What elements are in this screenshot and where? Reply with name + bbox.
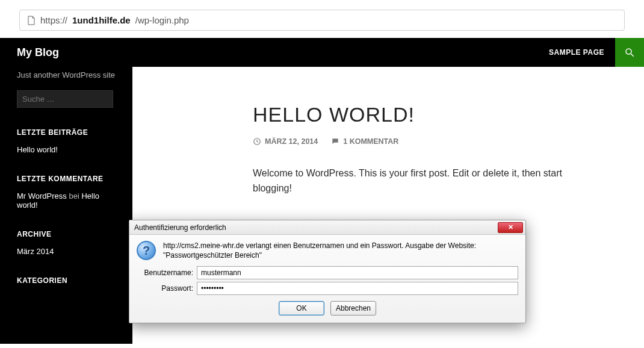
url-path: /wp-login.php <box>135 15 189 25</box>
dialog-message: http://cms2.meine-whr.de verlangt einen … <box>163 241 488 260</box>
password-input[interactable] <box>197 282 518 295</box>
username-label: Benutzername: <box>137 269 197 277</box>
widget-title-archive: ARCHIVE <box>17 230 116 238</box>
dialog-button-row: OK Abbrechen <box>137 301 518 315</box>
nav-sample-page[interactable]: SAMPLE PAGE <box>538 48 615 57</box>
cancel-button[interactable]: Abbrechen <box>330 301 376 315</box>
password-label: Passwort: <box>137 284 197 293</box>
password-row: Passwort: <box>137 282 518 295</box>
dialog-title: Authentifizierung erforderlich <box>134 223 498 232</box>
svg-point-0 <box>626 49 631 54</box>
username-input[interactable] <box>197 266 518 279</box>
close-icon: ✕ <box>508 223 513 231</box>
ok-button[interactable]: OK <box>279 301 324 315</box>
recent-comment-item: Mr WordPress bei Hello world! <box>17 191 116 210</box>
search-toggle-button[interactable] <box>615 38 644 67</box>
search-input[interactable] <box>17 90 113 108</box>
post-title[interactable]: HELLO WORLD! <box>253 103 644 126</box>
url-host: 1und1hilfe.de <box>72 15 131 25</box>
post-date-link[interactable]: MÄRZ 12, 2014 <box>265 137 318 146</box>
auth-dialog: Authentifizierung erforderlich ✕ ? http:… <box>129 220 526 323</box>
widget-title-recent-comments: LETZTE KOMMENTARE <box>17 175 116 183</box>
archive-link[interactable]: März 2014 <box>17 247 54 256</box>
browser-address-bar-wrap: https://1und1hilfe.de/wp-login.php <box>0 0 644 38</box>
svg-line-1 <box>631 54 634 57</box>
site-tagline: Just another WordPress site <box>17 70 116 79</box>
dialog-titlebar[interactable]: Authentifizierung erforderlich ✕ <box>129 220 525 235</box>
sidebar: Just another WordPress site LETZTE BEITR… <box>0 67 132 344</box>
widget-title-categories: KATEGORIEN <box>17 276 116 285</box>
dialog-close-button[interactable]: ✕ <box>498 222 523 233</box>
search-icon <box>624 47 635 58</box>
post-body: Welcome to WordPress. This is your first… <box>253 166 566 196</box>
username-row: Benutzername: <box>137 266 518 279</box>
dialog-body: ? http://cms2.meine-whr.de verlangt eine… <box>129 235 525 323</box>
widget-title-recent-posts: LETZTE BEITRÄGE <box>17 128 116 137</box>
post-meta: MÄRZ 12, 2014 1 KOMMENTAR <box>253 137 644 146</box>
recent-post-link[interactable]: Hello world! <box>17 145 58 154</box>
comment-author-link[interactable]: Mr WordPress <box>17 191 67 200</box>
url-scheme: https:// <box>40 15 67 25</box>
comment-joiner: bei <box>67 191 82 200</box>
site-title[interactable]: My Blog <box>0 46 132 59</box>
question-icon: ? <box>137 241 156 260</box>
site-topbar: My Blog SAMPLE PAGE <box>0 38 644 67</box>
comment-icon <box>331 137 339 146</box>
dialog-message-row: ? http://cms2.meine-whr.de verlangt eine… <box>137 241 518 260</box>
clock-icon <box>253 137 261 146</box>
post-comments-link[interactable]: 1 KOMMENTAR <box>343 137 398 146</box>
browser-address-bar[interactable]: https://1und1hilfe.de/wp-login.php <box>19 10 625 31</box>
page-icon <box>27 16 36 25</box>
